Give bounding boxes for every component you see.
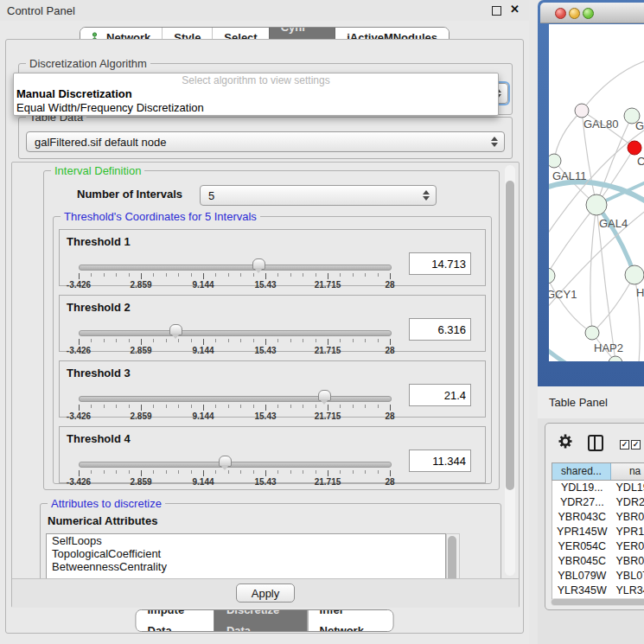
threshold-label: Threshold 4: [67, 432, 131, 445]
slider-tick: [178, 339, 179, 342]
table-cell[interactable]: YDL19...: [552, 481, 612, 495]
attribute-list-item[interactable]: BetweennessCentrality: [47, 560, 445, 573]
table-row[interactable]: YBR045CYBR045C: [552, 554, 644, 569]
slider-tick-label: -3.426: [67, 346, 91, 355]
scrollbar-thumb[interactable]: [552, 599, 644, 605]
checkbox-checked-icon[interactable]: ✓: [631, 440, 641, 450]
slider-tick: [228, 339, 229, 342]
numerical-attributes-list[interactable]: SelfLoopsTopologicalCoefficientBetweenne…: [46, 533, 446, 578]
network-node[interactable]: [549, 154, 561, 168]
number-of-intervals-spinner[interactable]: 5: [200, 185, 437, 206]
table-row[interactable]: YBL079WYBL079W: [552, 569, 644, 583]
minimize-traffic-light-icon[interactable]: [569, 8, 580, 19]
table-cell[interactable]: YDL19...: [612, 481, 644, 495]
close-icon[interactable]: ✕: [510, 3, 520, 16]
slider-thumb-icon[interactable]: [252, 258, 265, 270]
algorithm-popup-item[interactable]: Select algorithm to view settings: [14, 73, 498, 87]
table-row[interactable]: YDL19...YDL19...: [552, 481, 644, 495]
table-cell[interactable]: YBR045C: [552, 554, 612, 569]
network-window-titlebar[interactable]: [540, 3, 644, 23]
table-cell[interactable]: YPR145W: [612, 525, 644, 539]
table-cell[interactable]: YER054C: [552, 539, 612, 554]
threshold-slider[interactable]: -3.4262.8599.14415.4321.71528: [79, 327, 390, 351]
threshold-slider[interactable]: -3.4262.8599.14415.4321.71528: [79, 392, 390, 417]
attributes-list-scrollbar[interactable]: [446, 533, 460, 578]
network-edge[interactable]: [549, 205, 596, 277]
slider-thumb-icon[interactable]: [169, 324, 182, 335]
table-cell[interactable]: YBL079W: [612, 569, 644, 583]
slider-track[interactable]: [79, 265, 392, 271]
scrollbar-thumb[interactable]: [506, 181, 514, 490]
network-node[interactable]: [625, 265, 644, 284]
threshold-value-field[interactable]: [409, 450, 471, 472]
columns-icon[interactable]: [588, 435, 603, 451]
table-cell[interactable]: YPR145W: [552, 525, 612, 539]
network-node[interactable]: [586, 194, 607, 215]
column-header-name[interactable]: na: [611, 463, 644, 480]
network-node[interactable]: [628, 141, 641, 155]
network-node[interactable]: [609, 356, 622, 361]
settings-scrollbar[interactable]: [505, 165, 515, 576]
table-cell[interactable]: YDR27...: [552, 495, 612, 510]
apply-button[interactable]: Apply: [236, 583, 295, 603]
table-data-combobox[interactable]: galFiltered.sif default node: [26, 131, 505, 152]
table-cell[interactable]: YBR045C: [612, 554, 644, 569]
table-cell[interactable]: YLR345W: [552, 583, 612, 598]
table-row[interactable]: YPR145WYPR145W: [552, 525, 644, 539]
network-canvas[interactable]: GAL80GCGAL11GAL4GCY1HHAP2: [549, 24, 644, 361]
network-edge[interactable]: [590, 205, 596, 333]
mode-tab-discretize-data[interactable]: Discretize Data: [214, 610, 308, 631]
threshold-panel: Threshold 3-3.4262.8599.14415.4321.71528: [59, 360, 486, 418]
attribute-list-item[interactable]: TopologicalCoefficient: [47, 547, 445, 560]
table-cell[interactable]: YLR345W: [612, 583, 644, 598]
network-edge[interactable]: [554, 111, 582, 161]
table-cell[interactable]: YDR27...: [612, 495, 644, 510]
network-edge[interactable]: [596, 205, 634, 275]
network-node[interactable]: [585, 326, 599, 340]
slider-tick: [378, 470, 379, 474]
spinner-stepper-icon[interactable]: [423, 189, 430, 201]
slider-track[interactable]: [79, 462, 392, 468]
slider-tick: [328, 273, 328, 279]
slider-track[interactable]: [79, 330, 392, 336]
close-traffic-light-icon[interactable]: [555, 8, 566, 19]
table-cell[interactable]: YBR043C: [612, 510, 644, 525]
threshold-slider[interactable]: -3.4262.8599.14415.4321.71528: [79, 458, 390, 482]
checkbox-checked-icon[interactable]: ✓: [620, 440, 629, 450]
table-horizontal-scrollbar[interactable]: [551, 598, 644, 606]
network-node[interactable]: [575, 104, 589, 118]
table-cell[interactable]: YBL079W: [552, 569, 612, 583]
threshold-value-field[interactable]: [409, 384, 471, 406]
slider-track[interactable]: [79, 396, 392, 402]
table-row[interactable]: YDR27...YDR27...: [552, 495, 644, 510]
threshold-slider[interactable]: -3.4262.8599.14415.4321.71528: [79, 261, 390, 285]
network-graph[interactable]: GAL80GCGAL11GAL4GCY1HHAP2: [549, 24, 644, 361]
threshold-label: Threshold 2: [67, 301, 131, 314]
table-row[interactable]: YER054CYER054C: [552, 539, 644, 554]
zoom-traffic-light-icon[interactable]: [583, 8, 594, 19]
slider-thumb-icon[interactable]: [219, 456, 232, 467]
mode-tab-infer-network[interactable]: Infer Network: [308, 610, 393, 631]
threshold-value-field[interactable]: [409, 252, 471, 275]
algorithm-popup-item[interactable]: Equal Width/Frequency Discretization: [14, 101, 498, 115]
threshold-value-field[interactable]: [409, 318, 471, 341]
table-row[interactable]: YLR345WYLR345W: [552, 583, 644, 598]
scrollbar-thumb[interactable]: [448, 536, 456, 578]
table-cell[interactable]: YER054C: [612, 539, 644, 554]
combo-stepper-icon[interactable]: [491, 136, 498, 148]
gear-icon[interactable]: [558, 434, 572, 449]
slider-thumb-icon[interactable]: [318, 390, 331, 401]
attribute-list-item[interactable]: SelfLoops: [47, 534, 445, 547]
table-row[interactable]: YBR043CYBR043C: [552, 510, 644, 525]
mode-tab-impute-data[interactable]: Impute Data: [137, 610, 214, 631]
column-header-shared-name[interactable]: shared...: [552, 463, 611, 480]
network-edge[interactable]: [592, 275, 634, 333]
network-edge[interactable]: [549, 277, 592, 333]
slider-tick: [378, 273, 379, 277]
table-cell[interactable]: YBR043C: [552, 510, 612, 525]
algorithm-popup-item[interactable]: Manual Discretization: [14, 87, 498, 101]
float-window-icon[interactable]: [492, 6, 501, 16]
network-edge[interactable]: [582, 61, 644, 111]
network-node[interactable]: [549, 268, 555, 284]
network-edge[interactable]: [549, 346, 583, 361]
